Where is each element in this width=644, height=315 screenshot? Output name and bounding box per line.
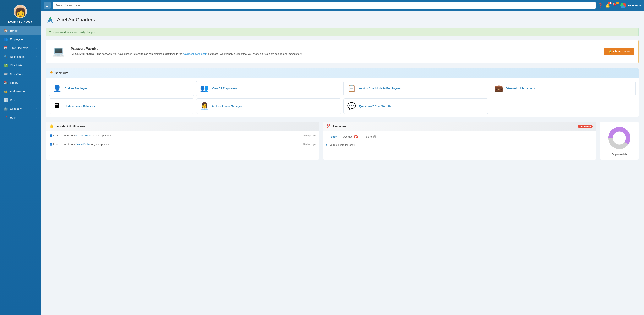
notifications-button[interactable]: 🔔 14 [606,3,610,8]
shortcut-label-0: Add an Employee [65,87,87,90]
warning-title: Password Warning! [71,47,302,51]
shortcut-label-2: Assign Checklists to Employees [359,87,401,90]
sidebar-item-checklists[interactable]: ✅ Checklists ‹ [0,61,40,70]
nav-chevron-10: ‹ [36,116,37,119]
notifications-header: 🔔 Important Notifications [46,122,319,131]
employee-mix-panel: Employee Mix [600,122,638,160]
nav-icon-1: 👥 [4,38,8,41]
nav-icon-9: 🏢 [4,107,8,111]
notification-item-1: 👤 Leave request from Susan Darby for you… [46,140,319,148]
shortcut-card-6[interactable]: 💬 Questions? Chat With Us! [344,98,488,114]
shortcut-icon-3: 💼 [494,84,504,93]
shortcut-card-4[interactable]: 🖩 Update Leave Balances [49,98,194,114]
laptop-icon: 💻 [52,46,65,58]
shortcut-icon-5: 👩‍💼 [200,102,209,110]
menu-toggle-button[interactable]: ☰ [44,2,50,9]
success-message: Your password was successfully changed [49,31,95,34]
nav-icon-10: ❓ [4,116,8,119]
help-button[interactable]: ❓ [598,3,603,8]
nav-chevron-9: ‹ [36,108,37,110]
company-name: Ariel Air Charters [57,17,95,23]
sidebar-item-recruitment[interactable]: 🔍 Recruitment ‹ [0,52,40,61]
sidebar-item-e-signatures[interactable]: ✍️ e-Signatures ‹ [0,87,40,96]
reminder-tabs: TodayOverdue14Future5 [323,131,596,140]
nav-label-2: Time Off/Leave [10,47,28,50]
hr-partner-badge: HR Partner [620,3,641,8]
reminders-title: Reminders [332,125,346,128]
sidebar-item-library[interactable]: 📚 Library [0,78,40,87]
reminder-tab-today[interactable]: Today [326,134,340,140]
shortcut-icon-4: 🖩 [52,102,62,110]
pwned-link[interactable]: haveibeenpwned.com [183,53,207,55]
reminder-tab-future[interactable]: Future5 [361,134,380,140]
hr-partner-label: HR Partner [628,4,641,7]
shortcut-card-3[interactable]: 💼 View/Add Job Listings [490,81,636,96]
search-input[interactable] [53,2,596,9]
sidebar-item-home[interactable]: 🏠 Home [0,26,40,35]
nav-chevron-3: ‹ [36,56,37,58]
change-now-button[interactable]: 🔒 Change Now [604,48,634,55]
reminders-header: ⏰ Reminders 14 Overdue [323,122,596,131]
reminder-tab-overdue[interactable]: Overdue14 [340,134,361,140]
company-logo [46,16,54,24]
nav-label-9: Company [10,107,22,110]
notif-time-1: 10 days ago [303,143,316,146]
clock-icon: ⏰ [326,124,331,129]
shortcut-card-2[interactable]: 📋 Assign Checklists to Employees [344,81,488,96]
close-alert-button[interactable]: × [634,30,635,34]
nav-label-3: Recruitment [10,55,24,58]
sidebar-nav: 🏠 Home 👥 Employees ‹ 📅 Time Off/Leave ‹ … [0,26,40,122]
nav-label-8: Reports [10,99,20,102]
sidebar-item-news/polls[interactable]: 📰 News/Polls [0,70,40,78]
nav-icon-6: 📚 [4,81,8,85]
notif-name-link-1[interactable]: Susan Darby [76,143,90,146]
shortcut-icon-0: 👤 [52,84,62,93]
blue-indicator [326,144,327,146]
warning-body: IMPORTANT NOTICE: The password you have … [71,52,302,56]
nav-label-1: Employees [10,38,23,41]
sidebar-item-employees[interactable]: 👥 Employees ‹ [0,35,40,44]
notif-name-link-0[interactable]: Gracie Collins [76,134,91,137]
shortcut-icon-1: 👥 [200,84,209,93]
bottom-row: 🔔 Important Notifications 👤 Leave reques… [46,122,638,160]
sidebar-item-time-off/leave[interactable]: 📅 Time Off/Leave ‹ [0,44,40,52]
svg-point-4 [613,132,626,144]
sidebar-item-reports[interactable]: 📊 Reports [0,96,40,104]
shortcut-card-5[interactable]: 👩‍💼 Add an Admin Manager [196,98,341,114]
sidebar-item-help[interactable]: ❓ Help ‹ [0,113,40,122]
reminder-content: No reminders for today. [329,143,356,146]
sidebar-item-company[interactable]: 🏢 Company ‹ [0,104,40,113]
main-area: ☰ ❓ 🔔 14 🚩 4 HR Partner [40,0,644,315]
shortcut-card-0[interactable]: 👤 Add an Employee [49,81,194,96]
user-name[interactable]: Deanna Burwood [8,20,32,23]
employee-mix-title: Employee Mix [612,153,627,156]
shortcut-card-1[interactable]: 👥 View All Employees [196,81,341,96]
shortcut-label-3: View/Add Job Listings [506,87,535,90]
topbar: ☰ ❓ 🔔 14 🚩 4 HR Partner [40,0,644,11]
nav-icon-0: 🏠 [4,29,8,33]
nav-label-4: Checklists [10,64,22,67]
nav-icon-8: 📊 [4,98,8,102]
shortcut-icon-6: 💬 [347,102,356,110]
shortcut-icon-2: 📋 [347,84,356,93]
alerts-button[interactable]: 🚩 4 [613,3,618,8]
hr-partner-logo [620,3,626,8]
notifications-panel: 🔔 Important Notifications 👤 Leave reques… [46,122,319,160]
company-header: Ariel Air Charters [46,16,638,24]
nav-label-0: Home [10,29,18,32]
shortcut-empty [490,98,636,114]
notif-time-0: 29 days ago [303,134,316,137]
sidebar: Deanna Burwood 🏠 Home 👥 Employees ‹ 📅 Ti… [0,0,40,315]
notif-text-0: 👤 Leave request from Gracie Collins for … [50,134,111,137]
overdue-badge: 14 Overdue [578,125,593,128]
shortcut-label-4: Update Leave Balances [65,105,95,108]
notifications-title: Important Notifications [56,125,85,128]
nav-icon-7: ✍️ [4,90,8,93]
warning-text: Password Warning! IMPORTANT NOTICE: The … [71,47,302,56]
nav-label-6: Library [10,81,18,84]
help-circle-icon: ❓ [598,3,603,8]
nav-icon-2: 📅 [4,46,8,50]
shortcut-label-5: Add an Admin Manager [212,105,242,108]
tab-label-1: Overdue [343,135,352,138]
shortcut-label-6: Questions? Chat With Us! [359,105,392,108]
